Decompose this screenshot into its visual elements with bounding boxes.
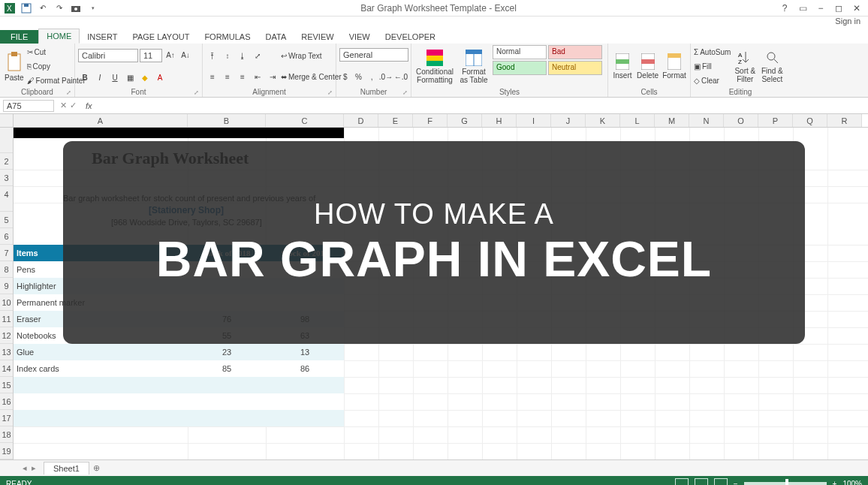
col-head-r[interactable]: R	[827, 114, 862, 127]
underline-button[interactable]: U	[108, 71, 122, 84]
minimize-icon[interactable]: −	[814, 2, 827, 15]
font-name-select[interactable]: Calibri	[78, 49, 138, 62]
table-row[interactable]	[14, 377, 344, 393]
sheet-tab[interactable]: Sheet1	[44, 462, 89, 474]
format-as-table-button[interactable]: Format as Table	[457, 45, 491, 88]
wrap-text-button[interactable]: ↩Wrap Text	[281, 52, 342, 60]
col-head-f[interactable]: F	[413, 114, 448, 127]
row-head[interactable]: 19	[0, 443, 13, 459]
view-page-break-icon[interactable]	[714, 478, 728, 485]
row-head[interactable]: 9	[0, 278, 13, 294]
increase-indent-icon[interactable]: ⇥	[266, 71, 279, 84]
decrease-indent-icon[interactable]: ⇤	[251, 71, 264, 84]
table-row[interactable]: Index cards 85 86	[14, 360, 344, 377]
sheet-nav-prev-icon[interactable]: ◂	[23, 463, 27, 473]
row-head[interactable]: 13	[0, 344, 13, 360]
col-head-k[interactable]: K	[586, 114, 620, 127]
redo-icon[interactable]: ↷	[53, 2, 66, 15]
close-icon[interactable]: ✕	[850, 2, 863, 15]
view-normal-icon[interactable]	[675, 478, 689, 485]
col-head-a[interactable]: A	[14, 114, 188, 127]
col-head-c[interactable]: C	[266, 114, 344, 127]
row-head[interactable]: 3	[0, 170, 13, 186]
tab-file[interactable]: FILE	[0, 30, 38, 44]
fill-color-button[interactable]: ◆	[138, 71, 152, 84]
table-row[interactable]: Glue 23 13	[14, 344, 344, 360]
table-row[interactable]	[14, 393, 344, 410]
tab-developer[interactable]: DEVELOPER	[378, 30, 443, 44]
col-head-b[interactable]: B	[188, 114, 266, 127]
align-right-icon[interactable]: ≡	[236, 71, 249, 84]
col-head-h[interactable]: H	[482, 114, 517, 127]
insert-cells-button[interactable]: Insert	[611, 45, 634, 88]
italic-button[interactable]: I	[93, 71, 107, 84]
col-head-j[interactable]: J	[551, 114, 586, 127]
row-head[interactable]: 10	[0, 294, 13, 311]
enter-icon[interactable]: ✓	[70, 101, 77, 110]
view-page-layout-icon[interactable]	[695, 478, 708, 485]
font-color-button[interactable]: A	[153, 71, 167, 84]
col-head-n[interactable]: N	[689, 114, 724, 127]
col-head-g[interactable]: G	[448, 114, 482, 127]
row-head[interactable]	[0, 128, 13, 153]
cell-style-bad[interactable]: Bad	[548, 45, 602, 59]
tab-insert[interactable]: INSERT	[80, 30, 125, 44]
row-head[interactable]: 4	[0, 186, 13, 212]
font-launcher[interactable]: ⤢	[194, 89, 199, 96]
row-head[interactable]: 17	[0, 410, 13, 426]
conditional-formatting-button[interactable]: Conditional Formatting	[414, 45, 455, 88]
inc-decimal-icon[interactable]: .0→	[379, 71, 393, 84]
col-head-e[interactable]: E	[378, 114, 413, 127]
row-head[interactable]: 18	[0, 426, 13, 443]
autosum-button[interactable]: ΣAutoSum	[694, 48, 731, 56]
paste-button[interactable]: Paste	[3, 45, 26, 88]
signin-link[interactable]: Sign in	[0, 17, 868, 29]
alignment-launcher[interactable]: ⤢	[327, 89, 333, 96]
col-head-i[interactable]: I	[517, 114, 551, 127]
align-middle-icon[interactable]: ↕	[221, 49, 234, 62]
name-box[interactable]: A75	[3, 100, 54, 112]
row-head[interactable]: 15	[0, 377, 13, 393]
row-head[interactable]: 14	[0, 360, 13, 377]
clipboard-launcher[interactable]: ⤢	[66, 89, 71, 96]
undo-icon[interactable]: ↶	[36, 2, 50, 15]
orientation-icon[interactable]: ⤢	[251, 49, 264, 62]
camera-icon[interactable]	[69, 2, 83, 15]
row-head[interactable]: 12	[0, 327, 13, 344]
ribbon-display-icon[interactable]: ▭	[796, 2, 809, 15]
clear-button[interactable]: ◇Clear	[694, 77, 731, 85]
col-head-p[interactable]: P	[758, 114, 793, 127]
save-icon[interactable]	[20, 2, 33, 15]
tab-view[interactable]: VIEW	[342, 30, 378, 44]
border-button[interactable]: ▦	[123, 71, 137, 84]
percent-icon[interactable]: %	[353, 71, 365, 84]
row-head[interactable]: 16	[0, 393, 13, 410]
zoom-level[interactable]: 100%	[842, 480, 862, 486]
col-head-l[interactable]: L	[620, 114, 655, 127]
zoom-in-icon[interactable]: +	[833, 480, 837, 486]
row-head[interactable]: 7	[0, 245, 13, 261]
sort-filter-button[interactable]: AZSort & Filter	[732, 45, 758, 88]
dec-decimal-icon[interactable]: ←.0	[394, 71, 408, 84]
format-cells-button[interactable]: Format	[662, 45, 687, 88]
number-launcher[interactable]: ⤢	[402, 89, 408, 96]
maximize-icon[interactable]: ◻	[832, 2, 845, 15]
row-head[interactable]: 5	[0, 212, 13, 228]
row-head[interactable]: 8	[0, 261, 13, 278]
fx-icon[interactable]: fx	[81, 101, 97, 110]
table-row[interactable]	[14, 410, 344, 426]
align-left-icon[interactable]: ≡	[206, 71, 219, 84]
tab-review[interactable]: REVIEW	[294, 30, 341, 44]
align-top-icon[interactable]: ⭱	[206, 49, 219, 62]
select-all-corner[interactable]	[0, 114, 14, 127]
tab-formulas[interactable]: FORMULAS	[197, 30, 258, 44]
col-head-d[interactable]: D	[344, 114, 378, 127]
fill-button[interactable]: ▣Fill	[694, 62, 731, 71]
tab-data[interactable]: DATA	[258, 30, 294, 44]
tab-page-layout[interactable]: PAGE LAYOUT	[125, 30, 197, 44]
number-format-select[interactable]: General	[339, 48, 408, 62]
col-head-o[interactable]: O	[724, 114, 758, 127]
align-bottom-icon[interactable]: ⭳	[236, 49, 249, 62]
row-head[interactable]: 2	[0, 153, 13, 170]
cancel-icon[interactable]: ✕	[60, 101, 67, 110]
